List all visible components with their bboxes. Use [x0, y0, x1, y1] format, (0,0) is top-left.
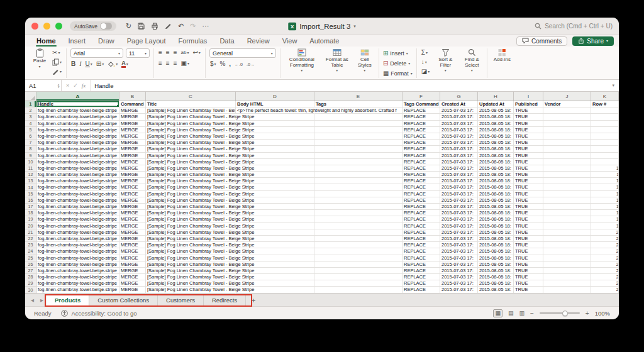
cell-E5[interactable]	[314, 127, 402, 133]
cell-A7[interactable]: fog-linen-chambray-towel-beige-stripe	[36, 140, 119, 146]
cell-H11[interactable]: 2015-08-05 18:	[478, 165, 514, 172]
row-header-22[interactable]: 22	[25, 236, 36, 242]
paste-button[interactable]: Paste ▾	[30, 48, 49, 69]
sheet-tab-products[interactable]: Products	[47, 294, 89, 306]
cell-G13[interactable]: 2015-07-03 17:	[440, 178, 478, 184]
cell-A4[interactable]: fog-linen-chambray-towel-beige-stripe	[36, 121, 119, 127]
row-header-4[interactable]: 4	[25, 121, 36, 127]
row-header-16[interactable]: 16	[25, 197, 36, 204]
page-break-view-button[interactable]: ▥	[519, 311, 525, 316]
cell-H13[interactable]: 2015-08-05 18:	[478, 178, 514, 184]
undo-icon[interactable]: ↶	[178, 23, 184, 30]
cell-A22[interactable]: fog-linen-chambray-towel-beige-stripe	[36, 236, 119, 242]
cell-F1[interactable]: Tags Command	[402, 101, 440, 107]
name-box-stepper[interactable]: ▴▾	[57, 83, 59, 89]
row-header-19[interactable]: 19	[25, 216, 36, 223]
cell-A28[interactable]: fog-linen-chambray-towel-beige-stripe	[36, 274, 119, 280]
cell-H21[interactable]: 2015-08-05 18:	[478, 229, 514, 236]
minimize-window-button[interactable]	[43, 23, 50, 30]
cell-K21[interactable]: 20	[591, 229, 619, 236]
percent-format-button[interactable]: %	[219, 60, 226, 69]
cell-J11[interactable]	[543, 165, 591, 172]
zoom-slider-knob[interactable]	[562, 311, 568, 316]
cell-I8[interactable]: TRUE	[514, 146, 543, 152]
format-painter-icon[interactable]	[165, 23, 172, 30]
cell-F3[interactable]: REPLACE	[402, 114, 440, 120]
more-icon[interactable]: ⋯	[203, 23, 209, 30]
cell-G6[interactable]: 2015-07-03 17:	[440, 133, 478, 140]
cell-K22[interactable]: 21	[591, 236, 619, 242]
cell-F4[interactable]: REPLACE	[402, 121, 440, 127]
cell-A19[interactable]: fog-linen-chambray-towel-beige-stripe	[36, 216, 119, 223]
cell-K2[interactable]: 1	[591, 107, 619, 114]
fill-color-button[interactable]: ▾	[107, 60, 118, 69]
cell-E1[interactable]: Tags	[314, 101, 402, 107]
cell-E23[interactable]	[314, 242, 402, 248]
row-header-29[interactable]: 29	[25, 280, 36, 287]
conditional-formatting-button[interactable]: Conditional Formatting ▾	[284, 48, 319, 72]
cell-J14[interactable]	[543, 184, 591, 190]
cell-B14[interactable]: MERGE	[119, 184, 146, 190]
cell-A14[interactable]: fog-linen-chambray-towel-beige-stripe	[36, 184, 119, 190]
cell-A1[interactable]: Handle	[36, 101, 119, 107]
tab-data[interactable]: Data	[213, 35, 240, 47]
cell-H5[interactable]: 2015-08-05 18:	[478, 127, 514, 133]
row-header-18[interactable]: 18	[25, 210, 36, 216]
column-header-J[interactable]: J	[543, 92, 591, 101]
cell-B21[interactable]: MERGE	[119, 229, 146, 236]
autosave-toggle[interactable]	[100, 23, 112, 30]
cell-F24[interactable]: REPLACE	[402, 248, 440, 255]
cell-C10[interactable]: [Sample] Fog Linen Chambray Towel - Beig…	[146, 159, 236, 165]
cell-I28[interactable]: TRUE	[514, 274, 543, 280]
cell-H3[interactable]: 2015-08-05 18:	[478, 114, 514, 120]
cell-I30[interactable]: TRUE	[514, 287, 543, 293]
cell-I23[interactable]: TRUE	[514, 242, 543, 248]
cell-E26[interactable]	[314, 261, 402, 268]
row-header-2[interactable]: 2	[25, 107, 36, 114]
cell-K26[interactable]: 25	[591, 261, 619, 268]
cell-J1[interactable]: Vendor	[543, 101, 591, 107]
align-bottom-button[interactable]: ≡	[173, 59, 178, 68]
cell-F8[interactable]: REPLACE	[402, 146, 440, 152]
cell-B18[interactable]: MERGE	[119, 210, 146, 216]
cell-H10[interactable]: 2015-08-05 18:	[478, 159, 514, 165]
cell-K16[interactable]: 15	[591, 197, 619, 204]
cell-H1[interactable]: Updated At	[478, 101, 514, 107]
select-all-corner[interactable]	[25, 92, 36, 101]
cell-H28[interactable]: 2015-08-05 18:	[478, 274, 514, 280]
row-header-5[interactable]: 5	[25, 127, 36, 133]
cell-K5[interactable]: 4	[591, 127, 619, 133]
cell-K25[interactable]: 24	[591, 255, 619, 261]
cell-E14[interactable]	[314, 184, 402, 190]
cell-K19[interactable]: 18	[591, 216, 619, 223]
cell-C30[interactable]: [Sample] Fog Linen Chambray Towel - Beig…	[146, 287, 236, 293]
cell-K17[interactable]: 16	[591, 204, 619, 210]
tab-formulas[interactable]: Formulas	[172, 35, 214, 47]
cell-E27[interactable]	[314, 268, 402, 274]
italic-button[interactable]: I	[79, 60, 82, 69]
enter-icon[interactable]: ✓	[73, 83, 78, 89]
cell-G15[interactable]: 2015-07-03 17:	[440, 191, 478, 197]
cell-E8[interactable]	[314, 146, 402, 152]
cell-A24[interactable]: fog-linen-chambray-towel-beige-stripe	[36, 248, 119, 255]
wrap-text-button[interactable]: ↩▾	[192, 48, 201, 57]
cell-C29[interactable]: [Sample] Fog Linen Chambray Towel - Beig…	[146, 280, 236, 287]
cell-G5[interactable]: 2015-07-03 17:	[440, 127, 478, 133]
cell-A15[interactable]: fog-linen-chambray-towel-beige-stripe	[36, 191, 119, 197]
row-header-27[interactable]: 27	[25, 268, 36, 274]
cell-E11[interactable]	[314, 165, 402, 172]
row-header-24[interactable]: 24	[25, 248, 36, 255]
font-size-select[interactable]: 11▾	[126, 48, 150, 58]
cell-C16[interactable]: [Sample] Fog Linen Chambray Towel - Beig…	[146, 197, 236, 204]
cell-B23[interactable]: MERGE	[119, 242, 146, 248]
cell-H25[interactable]: 2015-08-05 18:	[478, 255, 514, 261]
cell-A8[interactable]: fog-linen-chambray-towel-beige-stripe	[36, 146, 119, 152]
cell-A6[interactable]: fog-linen-chambray-towel-beige-stripe	[36, 133, 119, 140]
cell-C14[interactable]: [Sample] Fog Linen Chambray Towel - Beig…	[146, 184, 236, 190]
tab-draw[interactable]: Draw	[92, 35, 121, 47]
cell-C3[interactable]: [Sample] Fog Linen Chambray Towel - Beig…	[146, 114, 236, 120]
cell-E24[interactable]	[314, 248, 402, 255]
cell-A25[interactable]: fog-linen-chambray-towel-beige-stripe	[36, 255, 119, 261]
cell-F23[interactable]: REPLACE	[402, 242, 440, 248]
cell-G2[interactable]: 2015-07-03 17:	[440, 107, 478, 114]
